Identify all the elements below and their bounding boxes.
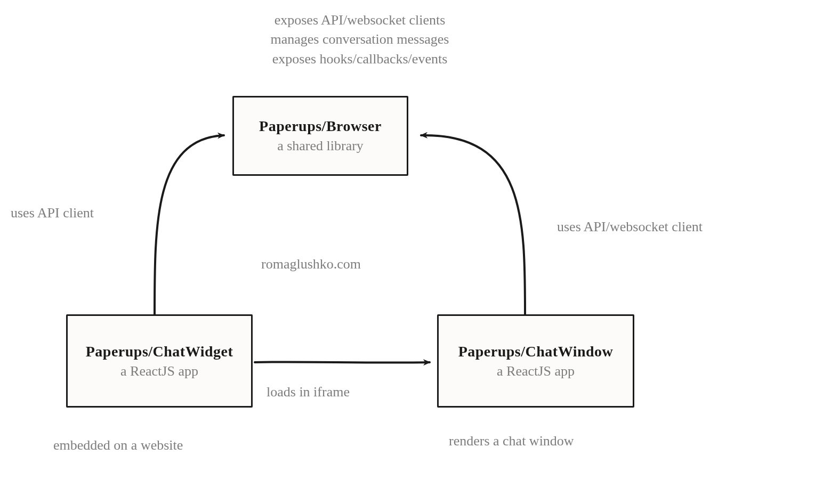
edge-window-to-browser [421,135,525,314]
node-title: Paperups/ChatWidget [86,343,233,360]
node-subtitle: a ReactJS app [497,363,575,379]
annotation-embedded-on-website: embedded on a website [53,436,183,455]
annotation-line: exposes API/websocket clients [211,11,509,30]
annotation-line: exposes hooks/callbacks/events [211,50,509,69]
node-subtitle: a ReactJS app [120,363,198,379]
diagram-arrows [0,0,831,504]
node-paperups-chatwidget: Paperups/ChatWidget a ReactJS app [66,314,253,408]
edge-widget-to-browser [155,135,224,314]
edge-label-uses-api-websocket-client: uses API/websocket client [557,217,703,237]
node-title: Paperups/Browser [259,118,382,135]
node-paperups-browser: Paperups/Browser a shared library [232,96,408,176]
annotation-browser-features: exposes API/websocket clients manages co… [211,11,509,69]
node-title: Paperups/ChatWindow [458,343,614,360]
node-paperups-chatwindow: Paperups/ChatWindow a ReactJS app [437,314,634,408]
edge-widget-to-window [255,362,430,362]
node-subtitle: a shared library [277,138,364,154]
watermark-text: romaglushko.com [261,255,361,274]
annotation-line: manages conversation messages [211,30,509,49]
architecture-diagram: exposes API/websocket clients manages co… [0,0,831,504]
annotation-renders-chat-window: renders a chat window [449,432,574,451]
edge-label-uses-api-client: uses API client [11,204,94,223]
edge-label-loads-in-iframe: loads in iframe [267,383,350,402]
